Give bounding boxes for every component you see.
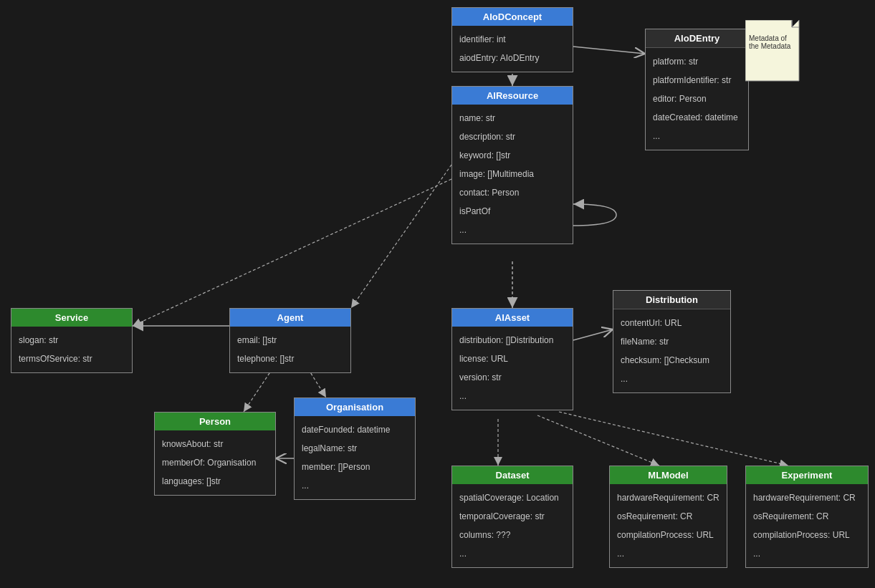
svg-line-8 — [244, 369, 272, 412]
dataset-body: spatialCoverage: Location temporalCovera… — [452, 484, 573, 567]
distribution-box: Distribution contentUrl: URL fileName: s… — [613, 290, 731, 393]
field-identifier: identifier: int — [459, 30, 565, 49]
field-more: ... — [753, 544, 861, 563]
field-compilationprocess: compilationProcess: URL — [753, 526, 861, 544]
field-datefounded: dateFounded: datetime — [302, 420, 408, 439]
svg-line-6 — [351, 165, 451, 308]
service-box: Service slogan: str termsOfService: str — [11, 308, 133, 373]
field-osrequirement: osRequirement: CR — [617, 507, 719, 526]
field-knowsabout: knowsAbout: str — [162, 435, 268, 453]
field-ispartof: isPartOf — [459, 202, 565, 221]
experiment-box: Experiment hardwareRequirement: CR osReq… — [745, 466, 869, 568]
field-checksum: checksum: []Checksum — [621, 351, 723, 370]
metadata-doc-text: Metadata of the Metadata — [749, 34, 792, 50]
aiod-concept-box: AIoDConcept identifier: int aiodEntry: A… — [451, 7, 573, 72]
field-email: email: []str — [237, 331, 343, 350]
field-contenturl: contentUrl: URL — [621, 314, 723, 332]
agent-box: Agent email: []str telephone: []str — [229, 308, 351, 373]
aiod-concept-body: identifier: int aiodEntry: AIoDEntry — [452, 26, 573, 72]
svg-marker-16 — [745, 20, 799, 81]
field-aiodentry: aiodEntry: AIoDEntry — [459, 49, 565, 67]
organisation-body: dateFounded: datetime legalName: str mem… — [295, 416, 415, 499]
field-member: member: []Person — [302, 458, 408, 476]
field-telephone: telephone: []str — [237, 350, 343, 368]
service-body: slogan: str termsOfService: str — [11, 327, 132, 372]
field-temporalcoverage: temporalCoverage: str — [459, 507, 565, 526]
aiod-entry-header: AIoDEntry — [646, 29, 748, 48]
aiod-entry-body: platform: str platformIdentifier: str ed… — [646, 48, 748, 150]
mlmodel-header: MLModel — [610, 466, 727, 484]
field-image: image: []Multimedia — [459, 165, 565, 183]
svg-line-3 — [573, 47, 645, 54]
field-editor: editor: Person — [653, 90, 741, 108]
distribution-header: Distribution — [613, 291, 730, 309]
distribution-body: contentUrl: URL fileName: str checksum: … — [613, 309, 730, 392]
organisation-box: Organisation dateFounded: datetime legal… — [294, 397, 416, 500]
svg-line-5 — [573, 329, 613, 340]
ai-asset-header: AIAsset — [452, 309, 573, 327]
field-terms: termsOfService: str — [19, 350, 125, 368]
svg-line-13 — [537, 415, 659, 466]
field-license: license: URL — [459, 350, 565, 368]
field-contact: contact: Person — [459, 183, 565, 202]
aiod-entry-box: AIoDEntry platform: str platformIdentifi… — [645, 29, 749, 150]
person-box: Person knowsAbout: str memberOf: Organis… — [154, 412, 276, 496]
field-columns: columns: ??? — [459, 526, 565, 544]
field-keyword: keyword: []str — [459, 146, 565, 165]
field-hardwarerequirement: hardwareRequirement: CR — [617, 488, 719, 507]
svg-line-7 — [133, 179, 451, 326]
field-more: ... — [617, 544, 719, 563]
service-header: Service — [11, 309, 132, 327]
field-memberof: memberOf: Organisation — [162, 453, 268, 472]
agent-body: email: []str telephone: []str — [230, 327, 350, 372]
svg-line-9 — [308, 369, 326, 397]
person-body: knowsAbout: str memberOf: Organisation l… — [155, 430, 275, 495]
agent-header: Agent — [230, 309, 350, 327]
field-platform: platform: str — [653, 52, 741, 71]
field-more: ... — [459, 544, 565, 563]
field-platformidentifier: platformIdentifier: str — [653, 71, 741, 90]
field-more: ... — [302, 476, 408, 495]
field-hardwarerequirement: hardwareRequirement: CR — [753, 488, 861, 507]
person-header: Person — [155, 413, 275, 430]
dataset-box: Dataset spatialCoverage: Location tempor… — [451, 466, 573, 568]
field-more: ... — [459, 387, 565, 405]
field-compilationprocess: compilationProcess: URL — [617, 526, 719, 544]
field-filename: fileName: str — [621, 332, 723, 351]
mlmodel-box: MLModel hardwareRequirement: CR osRequir… — [609, 466, 727, 568]
experiment-header: Experiment — [746, 466, 868, 484]
aiod-concept-header: AIoDConcept — [452, 8, 573, 26]
field-version: version: str — [459, 368, 565, 387]
field-osrequirement: osRequirement: CR — [753, 507, 861, 526]
field-more: ... — [653, 127, 741, 145]
metadata-doc-icon — [745, 20, 806, 85]
diagram-container: AIoDConcept identifier: int aiodEntry: A… — [0, 0, 875, 588]
field-name: name: str — [459, 109, 565, 127]
svg-line-14 — [559, 412, 788, 466]
dataset-header: Dataset — [452, 466, 573, 484]
ai-asset-body: distribution: []Distribution license: UR… — [452, 327, 573, 410]
organisation-header: Organisation — [295, 398, 415, 416]
ai-resource-body: name: str description: str keyword: []st… — [452, 105, 573, 244]
experiment-body: hardwareRequirement: CR osRequirement: C… — [746, 484, 868, 567]
field-more: ... — [621, 370, 723, 388]
field-slogan: slogan: str — [19, 331, 125, 350]
field-spatialcoverage: spatialCoverage: Location — [459, 488, 565, 507]
ai-asset-box: AIAsset distribution: []Distribution lic… — [451, 308, 573, 410]
field-more: ... — [459, 221, 565, 239]
field-description: description: str — [459, 127, 565, 146]
field-legalname: legalName: str — [302, 439, 408, 458]
field-languages: languages: []str — [162, 472, 268, 491]
mlmodel-body: hardwareRequirement: CR osRequirement: C… — [610, 484, 727, 567]
ai-resource-box: AIResource name: str description: str ke… — [451, 86, 573, 244]
field-distribution: distribution: []Distribution — [459, 331, 565, 350]
metadata-doc: Metadata of the Metadata — [745, 20, 806, 87]
ai-resource-header: AIResource — [452, 87, 573, 105]
field-datecreated: dateCreated: datetime — [653, 108, 741, 127]
